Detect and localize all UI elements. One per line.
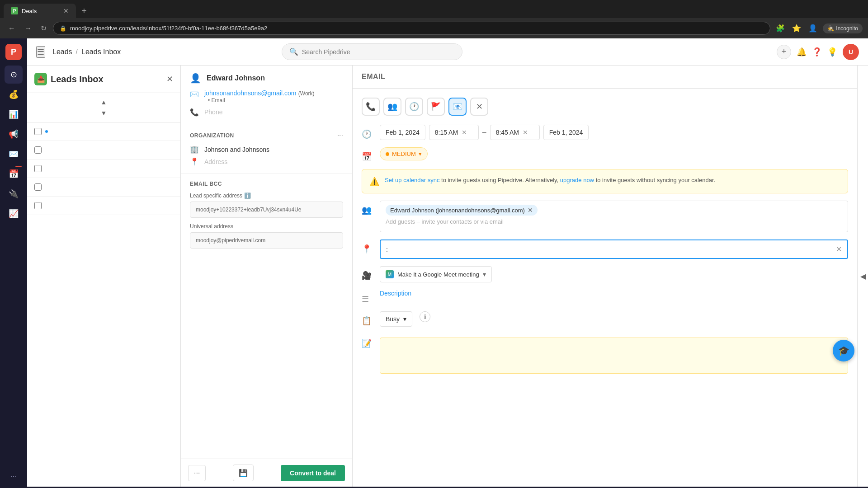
list-item[interactable] (27, 197, 180, 215)
user-avatar[interactable]: U (843, 44, 859, 60)
notes-area[interactable] (380, 338, 848, 374)
lead-address-info-icon[interactable]: ℹ️ (244, 192, 251, 199)
sidebar-item-campaigns[interactable]: 📢 (5, 125, 23, 143)
app-logo[interactable]: P (5, 44, 22, 60)
browser-tab[interactable]: P Deals ✕ (4, 4, 76, 18)
location-input[interactable]: ✕ (380, 239, 848, 259)
start-time-clear[interactable]: ✕ (462, 129, 467, 136)
bookmark-icon[interactable]: ⭐ (790, 22, 803, 34)
nav-right-actions: + 🔔 ❓ 💡 U (777, 44, 859, 60)
lead-checkbox[interactable] (34, 165, 42, 172)
more-actions-button[interactable]: ··· (188, 465, 206, 481)
upgrade-link[interactable]: upgrade now (560, 177, 594, 183)
address-bar[interactable]: 🔒 (53, 22, 770, 35)
add-button[interactable]: + (777, 45, 791, 59)
priority-badge[interactable]: MEDIUM ▾ (380, 147, 428, 160)
leads-inbox-label: Leads Inbox (51, 74, 104, 84)
guest-chip: Edward Johnson (johnsonandohnsons@gmail.… (386, 205, 538, 216)
url-input[interactable] (70, 25, 764, 32)
contact-email-row: ✉️ johnsonandohnsons@gmail.com (Work) • … (190, 89, 343, 103)
activity-type-meeting[interactable]: 👥 (383, 98, 401, 116)
lead-checkbox[interactable] (34, 128, 42, 135)
back-button[interactable]: ← (5, 23, 18, 34)
status-select[interactable]: Busy ▾ (380, 311, 412, 327)
breadcrumb: Leads / Leads Inbox (52, 48, 121, 56)
end-time-input[interactable]: 8:45 AM ✕ (490, 125, 540, 140)
org-menu-button[interactable]: ··· (337, 131, 343, 140)
notes-row: 📝 (362, 334, 848, 374)
contact-avatar-icon: 👤 (190, 73, 201, 84)
leads-panel-close-button[interactable]: ✕ (166, 74, 173, 84)
google-meet-row: 🎥 M Make it a Google Meet meeting ▾ (362, 266, 848, 282)
search-input[interactable] (302, 48, 455, 56)
email-header-label: EMAIL (362, 73, 385, 81)
sidebar-item-activities[interactable]: 📅 (5, 165, 23, 183)
guest-chip-close[interactable]: ✕ (528, 206, 533, 214)
sidebar-item-reports[interactable]: 📊 (5, 105, 23, 123)
google-meet-icon: M (386, 270, 394, 278)
search-bar[interactable]: 🔍 (282, 43, 462, 60)
sidebar-item-mail[interactable]: ✉️ (5, 145, 23, 163)
email-bcc-section: EMAIL BCC Lead specific address ℹ️ moodj… (181, 174, 352, 261)
sidebar-item-analytics[interactable]: 📈 (5, 205, 23, 223)
org-icon: 🏢 (190, 145, 199, 154)
google-meet-button[interactable]: M Make it a Google Meet meeting ▾ (380, 266, 492, 282)
convert-to-deal-button[interactable]: Convert to deal (281, 465, 345, 481)
guest-field[interactable]: Edward Johnson (johnsonandohnsons@gmail.… (380, 201, 848, 232)
new-tab-button[interactable]: + (78, 4, 90, 18)
lead-dot (45, 130, 48, 133)
contact-email-link[interactable]: johnsonandohnsons@gmail.com (204, 89, 296, 97)
incognito-badge: 🕵️ Incognito (823, 23, 863, 33)
help-bubble-button[interactable]: 🎓 (833, 340, 854, 361)
status-info-button[interactable]: ℹ (420, 311, 430, 322)
lead-address-label: Lead specific address ℹ️ (190, 192, 343, 199)
end-date-input[interactable]: Feb 1, 2024 (543, 125, 589, 140)
activity-type-call[interactable]: 📞 (362, 98, 380, 116)
location-icon: 📍 (362, 244, 373, 254)
menu-toggle-button[interactable]: ☰ (36, 46, 45, 58)
location-clear-button[interactable]: ✕ (836, 245, 842, 253)
breadcrumb-leads-link[interactable]: Leads (52, 48, 72, 56)
lead-checkbox[interactable] (34, 146, 42, 154)
sidebar-more[interactable]: ··· (10, 472, 17, 481)
end-time-clear[interactable]: ✕ (523, 129, 528, 136)
refresh-button[interactable]: ↻ (38, 22, 49, 34)
help-button[interactable]: ❓ (812, 47, 822, 57)
calendar-sync-warning: ⚠️ Set up calendar sync to invite guests… (362, 169, 848, 193)
activity-type-email[interactable]: 📧 (448, 98, 467, 116)
sidebar-item-deals[interactable]: 💰 (5, 85, 23, 103)
profile-icon[interactable]: 👤 (807, 22, 819, 34)
notifications-button[interactable]: 🔔 (797, 47, 807, 57)
extensions-icon[interactable]: 🧩 (774, 22, 787, 34)
sidebar-item-integrations[interactable]: 🔌 (5, 185, 23, 203)
activity-type-close[interactable]: ✕ (470, 98, 488, 116)
calendar-sync-link[interactable]: Set up calendar sync (385, 177, 439, 183)
list-item[interactable] (27, 141, 180, 160)
start-time-input[interactable]: 8:15 AM ✕ (429, 125, 479, 140)
start-date-input[interactable]: Feb 1, 2024 (380, 125, 425, 140)
location-text-input[interactable] (386, 246, 832, 253)
settings-button[interactable]: 💡 (827, 47, 837, 57)
activity-type-deadline[interactable]: 🚩 (427, 98, 445, 116)
sidebar-item-home[interactable]: ⊙ (5, 66, 23, 84)
save-button[interactable]: 💾 (233, 465, 254, 481)
forward-button[interactable]: → (22, 23, 34, 34)
start-time-value: 8:15 AM (435, 129, 458, 136)
lead-checkbox[interactable] (34, 183, 42, 191)
list-item[interactable] (27, 122, 180, 141)
collapse-panel-button[interactable]: ◀ (857, 66, 868, 487)
list-item[interactable] (27, 160, 180, 178)
lead-checkbox[interactable] (34, 202, 42, 209)
scroll-up-button[interactable]: ▲ (27, 97, 180, 108)
main-content: ☰ Leads / Leads Inbox 🔍 + 🔔 ❓ 💡 U (27, 38, 868, 487)
activity-type-bar: 📞 👥 🕐 🚩 📧 ✕ (362, 98, 848, 116)
description-link[interactable]: Description (380, 290, 411, 297)
tab-close-button[interactable]: ✕ (63, 7, 69, 14)
status-icon: 📋 (362, 316, 373, 326)
warning-text: Set up calendar sync to invite guests us… (385, 176, 715, 185)
toolbar-right: 🧩 ⭐ 👤 🕵️ Incognito (774, 22, 863, 34)
activity-type-task[interactable]: 🕐 (405, 98, 423, 116)
scroll-down-button[interactable]: ▼ (27, 108, 180, 118)
list-item[interactable] (27, 178, 180, 197)
scroll-controls: ▲ ▼ (27, 93, 180, 122)
